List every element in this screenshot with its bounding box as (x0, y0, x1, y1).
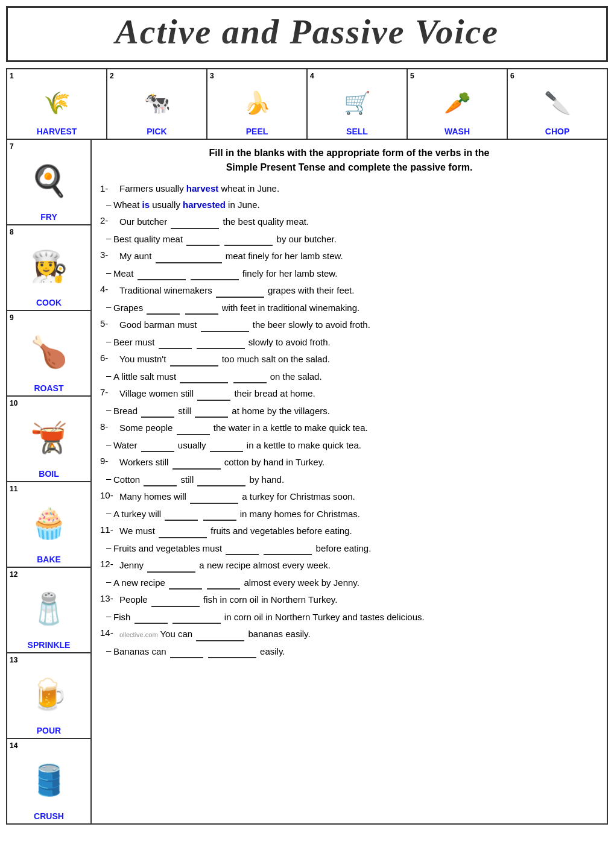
highlight-word: harvested (183, 200, 226, 210)
left-img-cook: 👩‍🍳 (19, 236, 79, 297)
vocab-num: 2 (110, 72, 114, 80)
highlight-word: is (142, 200, 150, 210)
item-text: Farmers usually harvest wheat in June. (119, 182, 598, 196)
exercise-active-4: 4- Traditional winemakers grapes with th… (100, 283, 598, 298)
item-num: 12- (100, 558, 119, 573)
item-text: Beer must slowly to avoid froth. (113, 335, 598, 350)
fill-blank (177, 420, 210, 435)
vocab-label: WASH (445, 127, 470, 136)
vocab-top-row: 1 🌾 HARVEST 2 🐄 PICK 3 🍌 PEEL 4 🛒 SELL 5… (6, 68, 608, 139)
item-text: Our butcher the best quality meat. (119, 214, 598, 229)
left-vocab-item-roast: 9 🍗 ROAST (7, 311, 90, 397)
left-num: 14 (10, 741, 17, 750)
item-text: Fish in corn oil in Northern Turkey and … (113, 609, 598, 624)
left-label: FRY (40, 212, 57, 222)
exercise-active-7: 7- Village women still their bread at ho… (100, 386, 598, 401)
vocab-num: 1 (10, 72, 14, 80)
exercise-list: 1- Farmers usually harvest wheat in June… (100, 182, 598, 658)
item-text: Jenny a new recipe almost every week. (119, 558, 598, 573)
left-num: 13 (10, 656, 17, 664)
page-title: Active and Passive Voice (14, 11, 600, 52)
fill-blank (224, 231, 273, 247)
left-label: SPRINKLE (28, 640, 71, 650)
vocab-img-wash: 🥕 (433, 80, 481, 125)
fill-blank (264, 541, 312, 556)
vocab-img-sell: 🛒 (333, 80, 381, 125)
exercise-active-14: 14- ollective.com You can bananas easily… (100, 626, 598, 641)
dash: – (106, 506, 113, 521)
exercise-passive-4: – Grapes with feet in traditional winema… (106, 300, 598, 315)
fill-blank (147, 558, 195, 573)
dash: – (106, 300, 113, 315)
vocab-label: PICK (147, 127, 166, 136)
exercise-passive-9: – Cotton still by hand. (106, 472, 598, 487)
exercise-passive-2: – Best quality meat by our butcher. (106, 231, 598, 247)
vocab-item-pick: 2 🐄 PICK (107, 69, 207, 139)
left-label: POUR (37, 726, 61, 735)
item-text: Bread still at home by the villagers. (113, 403, 598, 418)
fill-blank (147, 300, 180, 315)
item-text: Cotton still by hand. (113, 472, 598, 487)
dash: – (106, 575, 113, 590)
item-num: 14- (100, 626, 119, 641)
left-vocab-item-sprinkle: 12 🧂 SPRINKLE (7, 568, 90, 653)
fill-blank (159, 523, 207, 538)
fill-blank (197, 335, 245, 350)
left-img-sprinkle: 🧂 (19, 579, 79, 639)
left-label: COOK (36, 298, 62, 307)
fill-blank (197, 472, 245, 487)
left-label: BAKE (37, 555, 61, 564)
fill-blank (135, 609, 168, 624)
vocab-label: HARVEST (37, 127, 77, 136)
vocab-item-peel: 3 🍌 PEEL (207, 69, 308, 139)
vocab-item-chop: 6 🔪 CHOP (508, 69, 607, 139)
dash: – (106, 609, 113, 624)
exercise-passive-5: – Beer must slowly to avoid froth. (106, 335, 598, 350)
vocab-num: 4 (310, 72, 314, 80)
left-img-pour: 🍺 (19, 664, 79, 725)
item-text: Some people the water in a kettle to mak… (119, 420, 598, 435)
left-num: 9 (10, 313, 14, 322)
fill-blank (156, 248, 222, 263)
fill-blank (141, 403, 174, 418)
exercise-passive-10: – A turkey will in many homes for Christ… (106, 506, 598, 521)
item-num: 9- (100, 454, 119, 470)
exercise-passive-7: – Bread still at home by the villagers. (106, 403, 598, 418)
fill-blank (197, 386, 230, 401)
fill-blank (208, 644, 256, 659)
item-text: A new recipe almost every week by Jenny. (113, 575, 598, 590)
item-text: You mustn't too much salt on the salad. (119, 351, 598, 366)
fill-blank (233, 369, 267, 384)
exercise-active-3: 3- My aunt meat finely for her lamb stew… (100, 248, 598, 263)
dash: – (106, 231, 113, 247)
fill-blank (195, 403, 228, 418)
main-content: 7 🍳 FRY 8 👩‍🍳 COOK 9 🍗 ROAST 10 🫕 BOIL 1… (6, 139, 608, 825)
item-num: 10- (100, 489, 119, 504)
exercise-passive-11: – Fruits and vegetables must before eati… (106, 541, 598, 556)
item-text: Best quality meat by our butcher. (113, 231, 598, 247)
fill-blank (170, 644, 203, 659)
dash: – (106, 644, 113, 659)
exercise-passive-12: – A new recipe almost every week by Jenn… (106, 575, 598, 590)
fill-blank (210, 438, 243, 453)
vocab-item-wash: 5 🥕 WASH (408, 69, 508, 139)
exercise-active-9: 9- Workers still cotton by hand in Turke… (100, 454, 598, 470)
exercise-active-2: 2- Our butcher the best quality meat. (100, 214, 598, 229)
left-img-crush: 🛢️ (19, 750, 79, 810)
fill-blank (144, 472, 177, 487)
item-num: 8- (100, 420, 119, 435)
item-text: Many homes will a turkey for Christmas s… (119, 489, 598, 504)
fill-blank (159, 335, 192, 350)
left-img-fry: 🍳 (19, 151, 79, 211)
item-text: Village women still their bread at home. (119, 386, 598, 401)
exercise-active-5: 5- Good barman must the beer slowly to a… (100, 317, 598, 332)
vocab-label: CHOP (545, 127, 569, 136)
item-text: A little salt must on the salad. (113, 369, 598, 384)
item-text: Meat finely for her lamb stew. (113, 266, 598, 281)
left-img-bake: 🧁 (19, 493, 79, 553)
left-img-roast: 🍗 (19, 322, 79, 382)
fill-blank (190, 489, 238, 504)
dash: – (106, 266, 113, 281)
vocab-img-peel: 🍌 (233, 80, 281, 125)
fill-blank (172, 454, 221, 470)
